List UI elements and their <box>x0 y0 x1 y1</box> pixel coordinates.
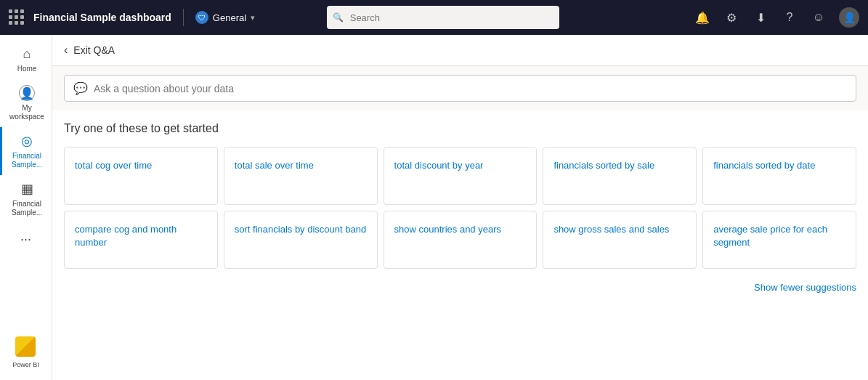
suggestion-average-sale-price-for-each-segment[interactable]: average sale price for each segment <box>702 211 856 269</box>
suggestion-sort-financials-by-discount-band[interactable]: sort financials by discount band <box>224 211 378 269</box>
exit-qa-title: Exit Q&A <box>73 44 115 56</box>
workspace-selector[interactable]: 🛡 General ▾ <box>195 11 255 24</box>
emoji-icon[interactable]: ☺ <box>810 9 827 26</box>
search-bar <box>327 6 559 29</box>
workspace-name: General <box>213 12 246 23</box>
qa-question-input[interactable] <box>94 83 847 94</box>
show-fewer-area: Show fewer suggestions <box>64 275 856 299</box>
search-input[interactable] <box>327 6 559 29</box>
suggestion-financials-sorted-by-date[interactable]: financials sorted by date <box>702 147 856 205</box>
circle-chart-icon: ◎ <box>21 133 33 149</box>
sidebar-my-workspace-label: My workspace <box>5 104 49 121</box>
sidebar-powerbi: Power BI <box>12 336 39 368</box>
sidebar-more-button[interactable]: ... <box>20 223 31 250</box>
suggestion-financials-sorted-by-sale[interactable]: financials sorted by sale <box>543 147 697 205</box>
suggestions-area: Try one of these to get started total co… <box>52 110 868 380</box>
exit-qa-bar: ‹ Exit Q&A <box>52 35 868 66</box>
apps-grid-icon[interactable] <box>9 9 25 25</box>
sidebar-financial-1-label: Financial Sample... <box>5 152 49 169</box>
powerbi-logo <box>15 336 36 357</box>
navbar-icons: 🔔 ⚙ ⬇ ? ☺ 👤 <box>694 7 859 28</box>
bell-icon[interactable]: 🔔 <box>694 9 711 26</box>
bar-chart-icon: ▦ <box>21 181 33 197</box>
suggestion-show-gross-sales-and-sales[interactable]: show gross sales and sales <box>543 211 697 269</box>
suggestion-compare-cog-month-number[interactable]: compare cog and month number <box>64 211 218 269</box>
app-title: Financial Sample dashboard <box>33 12 171 23</box>
navbar: Financial Sample dashboard 🛡 General ▾ 🔔… <box>0 0 868 35</box>
show-fewer-link[interactable]: Show fewer suggestions <box>754 282 856 293</box>
suggestion-total-sale-over-time[interactable]: total sale over time <box>224 147 378 205</box>
content-area: ‹ Exit Q&A 💬 Try one of these to get sta… <box>52 35 868 380</box>
back-button[interactable]: ‹ <box>64 44 68 57</box>
nav-divider <box>183 9 184 26</box>
person-icon: 👤 <box>19 85 35 101</box>
download-icon[interactable]: ⬇ <box>752 9 769 26</box>
suggestions-title: Try one of these to get started <box>64 122 856 135</box>
sidebar: ⌂ Home 👤 My workspace ◎ Financial Sample… <box>0 35 52 380</box>
gear-icon[interactable]: ⚙ <box>723 9 740 26</box>
qa-input-area: 💬 <box>52 66 868 110</box>
powerbi-label: Power BI <box>12 361 39 368</box>
shield-icon: 🛡 <box>195 11 208 24</box>
sidebar-item-financial-sample-2[interactable]: ▦ Financial Sample... <box>0 175 52 223</box>
sidebar-item-my-workspace[interactable]: 👤 My workspace <box>0 79 52 127</box>
sidebar-financial-2-label: Financial Sample... <box>5 200 49 217</box>
home-icon: ⌂ <box>23 47 31 62</box>
suggestion-total-discount-by-year[interactable]: total discount by year <box>384 147 538 205</box>
sidebar-item-home[interactable]: ⌂ Home <box>0 41 52 79</box>
sidebar-home-label: Home <box>17 65 37 73</box>
suggestion-show-countries-and-years[interactable]: show countries and years <box>384 211 538 269</box>
main-layout: ⌂ Home 👤 My workspace ◎ Financial Sample… <box>0 35 868 380</box>
help-icon[interactable]: ? <box>781 9 798 26</box>
chat-bubble-icon: 💬 <box>73 81 88 95</box>
ellipsis-icon: ... <box>20 229 31 243</box>
chevron-down-icon: ▾ <box>251 13 255 23</box>
suggestions-grid: total cog over time total sale over time… <box>64 147 856 269</box>
qa-input-wrapper: 💬 <box>64 75 856 102</box>
avatar[interactable]: 👤 <box>839 7 859 28</box>
suggestion-total-cog-over-time[interactable]: total cog over time <box>64 147 218 205</box>
sidebar-item-financial-sample-1[interactable]: ◎ Financial Sample... <box>0 127 52 175</box>
